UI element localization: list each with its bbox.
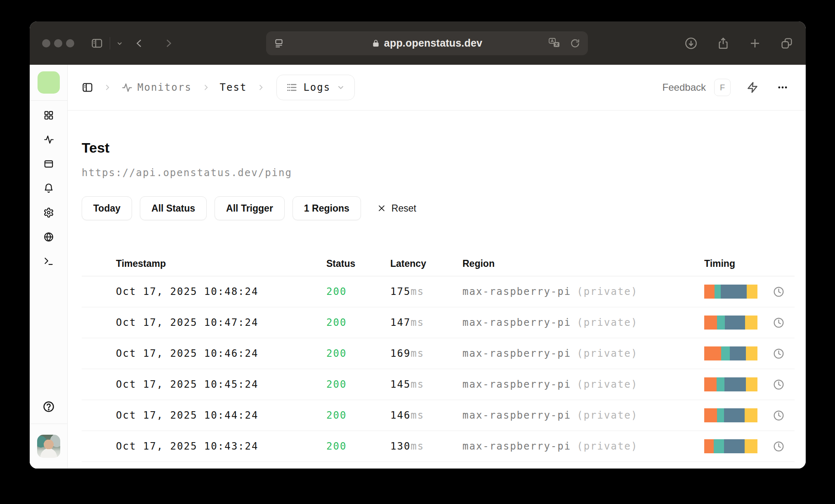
timing-segment [714,439,724,453]
workspace-logo[interactable] [38,71,60,94]
chevron-right-icon [257,83,265,92]
back-icon[interactable] [134,38,145,49]
minimize-button[interactable] [54,39,62,47]
bell-icon[interactable] [43,183,54,193]
toolbar-divider [110,37,110,49]
panel-toggle-icon[interactable] [82,82,93,93]
tab-overview-icon[interactable] [780,37,793,50]
reload-icon[interactable] [570,38,580,49]
row-region: max-raspberry-pi [462,440,571,452]
filter-date-button[interactable]: Today [82,196,132,220]
reader-icon[interactable] [274,38,284,49]
timing-segment [704,377,717,391]
row-status: 200 [326,410,390,421]
table-row[interactable]: Oct 17, 2025 10:44:24 200 146ms max-rasp… [82,400,795,431]
timing-segment [704,285,715,299]
grid-icon[interactable] [43,110,54,120]
endpoint-url: https://api.openstatus.dev/ping [82,167,806,179]
table-body: Oct 17, 2025 10:48:24 200 175ms max-rasp… [82,276,795,462]
filter-regions-button[interactable]: 1 Regions [292,196,361,220]
header-region: Region [462,258,704,269]
row-latency: 146 [390,410,410,421]
x-icon [377,204,386,213]
clock-icon[interactable] [773,317,795,329]
chevron-right-icon [202,83,210,92]
clock-icon[interactable] [773,286,795,298]
sidebar-rail [30,65,68,469]
row-timestamp: Oct 17, 2025 10:44:24 [116,410,326,421]
filter-status-button[interactable]: All Status [140,196,207,220]
timing-segment [724,377,746,391]
row-status: 200 [326,440,390,452]
new-tab-icon[interactable] [749,37,761,49]
row-region: max-raspberry-pi [462,410,571,421]
breadcrumb-monitor-name[interactable]: Test [220,82,247,93]
close-button[interactable] [42,39,50,47]
table-row[interactable]: Oct 17, 2025 10:48:24 200 175ms max-rasp… [82,276,795,307]
row-latency: 145 [390,379,410,390]
row-region: max-raspberry-pi [462,286,571,297]
clock-icon[interactable] [773,410,795,422]
filter-bar: Today All Status All Trigger 1 Regions R… [82,196,806,220]
clock-icon[interactable] [773,348,795,360]
more-menu-icon[interactable] [777,82,788,93]
avatar[interactable] [37,435,60,458]
header-latency: Latency [390,258,462,269]
zoom-button[interactable] [66,39,74,47]
address-bar[interactable]: app.openstatus.dev [266,31,588,55]
table-row[interactable]: Oct 17, 2025 10:47:24 200 147ms max-rasp… [82,307,795,338]
table-row[interactable]: Oct 17, 2025 10:45:24 200 145ms max-rasp… [82,369,795,400]
breadcrumb-monitors[interactable]: Monitors [121,82,192,93]
feedback-button[interactable]: Feedback [663,82,706,93]
share-icon[interactable] [717,37,730,50]
lock-icon [372,39,380,47]
timing-segment [704,316,717,330]
timing-segment [721,285,747,299]
timing-segment [704,346,721,360]
row-latency-unit: ms [410,440,424,452]
row-latency-unit: ms [410,317,424,328]
timing-segment [715,285,721,299]
row-region-suffix: (private) [577,348,638,359]
timing-bar [704,408,757,422]
row-timestamp: Oct 17, 2025 10:48:24 [116,286,326,297]
zap-icon[interactable] [746,81,759,94]
row-region: max-raspberry-pi [462,348,571,359]
globe-icon[interactable] [43,231,54,242]
row-region-suffix: (private) [577,379,638,390]
settings-icon[interactable] [43,207,54,218]
traffic-lights [42,39,74,47]
row-status: 200 [326,317,390,328]
chevron-right-icon [103,83,111,92]
table-row[interactable]: Oct 17, 2025 10:46:24 200 169ms max-rasp… [82,338,795,369]
sidebar-footer [30,424,67,469]
timing-segment [730,346,746,360]
translate-icon[interactable] [548,37,561,49]
header-timestamp: Timestamp [116,258,326,269]
timing-segment [745,316,757,330]
timing-segment [746,346,757,360]
view-selector[interactable]: Logs [276,75,355,100]
row-region-suffix: (private) [577,440,638,452]
sidebar-toggle-icon[interactable] [91,37,103,49]
reset-filters-button[interactable]: Reset [377,203,416,214]
activity-icon[interactable] [43,134,54,145]
forward-icon[interactable] [163,38,174,49]
table-row[interactable]: Oct 17, 2025 10:43:24 200 130ms max-rasp… [82,431,795,462]
row-latency: 130 [390,440,410,452]
row-timestamp: Oct 17, 2025 10:46:24 [116,348,326,359]
status-page-icon[interactable] [43,158,54,169]
download-icon[interactable] [684,37,698,50]
timing-segment [717,377,724,391]
browser-window: app.openstatus.dev [30,21,806,469]
row-status: 200 [326,286,390,297]
breadcrumb: Monitors Test Logs [68,65,806,111]
timing-bar [704,346,757,360]
clock-icon[interactable] [773,440,795,452]
timing-bar [704,316,757,330]
terminal-icon[interactable] [43,256,54,266]
clock-icon[interactable] [773,379,795,391]
filter-trigger-button[interactable]: All Trigger [215,196,285,220]
sidebar-menu-chevron-icon[interactable] [116,40,123,47]
help-icon[interactable] [42,400,55,415]
